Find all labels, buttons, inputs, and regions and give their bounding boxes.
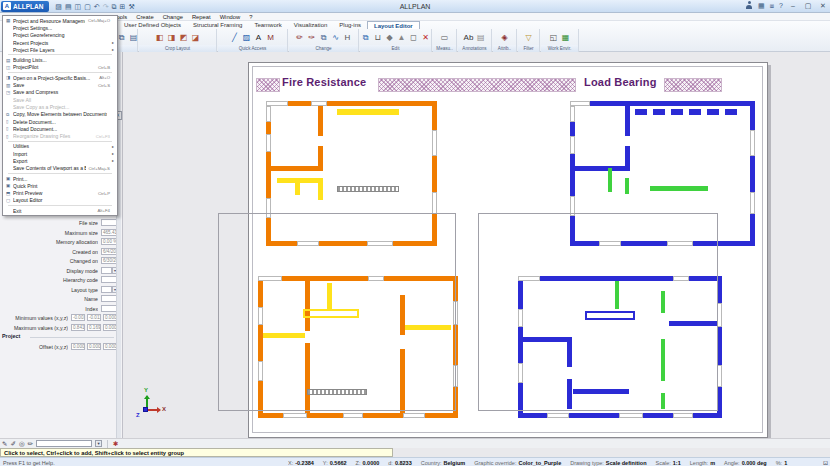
file-menu-item[interactable]: ▯ Reorganize Drawing Files Ctrl+F3 [3,132,117,139]
ribbon-tool-icon[interactable]: ✏ [295,32,304,43]
file-menu-item[interactable]: ▦ Project and Resource Management... Ctr… [3,17,117,24]
file-menu-item[interactable]: Utilities ▸ [3,143,117,150]
ribbon-tab[interactable]: Structural Framing [187,21,248,29]
ribbon-tool-icon[interactable]: M [266,32,275,43]
user-account-icon[interactable] [745,1,753,10]
y-axis-label: Y [144,387,148,393]
property-label: File size [0,220,98,226]
match-parameters-icon[interactable]: ✎ [2,440,7,448]
ribbon-tool-icon[interactable]: ◩ [179,32,188,43]
menu-bar-item[interactable]: Window [220,14,241,20]
file-menu-item[interactable]: Save Contents of Viewport as a Bitmap ..… [3,165,117,172]
file-menu-item[interactable]: ▯ Delete Document... [3,118,117,125]
file-menu-item[interactable]: ▥ Save Ctrl+S [3,81,117,88]
menu-bar-item[interactable]: ? [249,14,252,20]
file-menu-item[interactable]: Exit Alt+F4 [3,207,117,214]
file-menu-item[interactable]: ⧉ Copy, Move Elements between Documents.… [3,111,117,118]
ribbon-tool-icon[interactable]: ◨ [167,32,176,43]
chevron-down-icon[interactable]: ▾ [95,440,102,447]
file-menu-item[interactable]: ▣ Quick Print [3,182,117,189]
ribbon-tool-icon[interactable]: ▽ [524,32,533,43]
ribbon-tool-icon[interactable]: ▭ [440,32,449,43]
menu-item-shortcut: Alt+O [99,75,110,80]
load-bearing-marker [650,186,708,191]
menu-item-label: Print... [13,176,107,182]
snap-icon[interactable]: ◎ [19,440,25,448]
ribbon-tool-icon[interactable]: ◆ [385,32,394,43]
axis-indicator: Y X Z [133,390,167,424]
coordinate-input[interactable] [36,440,92,447]
ribbon-group-edit: ⧉⊔◆▲◻✕ Edit [360,29,432,52]
ribbon-tool-icon[interactable]: ◻ [409,32,418,43]
window-opening [432,192,437,214]
file-menu-item[interactable]: Project Georeferencing [3,32,117,39]
status-field-label: d: [388,460,393,466]
file-menu-item[interactable]: Import ▸ [3,150,117,157]
ribbon-tab[interactable]: Teamwork [248,21,287,29]
connect-grid-icon[interactable]: ▦ [758,1,765,10]
help-icon[interactable]: ? [779,1,783,10]
ribbon-tool-icon[interactable]: ◈ [500,32,509,43]
display-mode-select[interactable] [101,267,112,274]
file-menu-item[interactable]: ▢ Layout Editor [3,197,117,204]
ribbon-tool-icon[interactable]: ✑ [307,32,316,43]
menu-bar-item[interactable]: Change [163,14,183,20]
ribbon-tool-icon[interactable]: ∿ [331,32,340,43]
file-menu-item[interactable]: Save Copy as a Project... [3,103,117,110]
ribbon-tool-icon[interactable]: ▤ [129,32,138,43]
ribbon-tool-icon[interactable]: ▦ [561,32,570,43]
ribbon-tab[interactable]: Plug-ins [333,21,367,29]
status-field-value: Scale definition [606,460,647,466]
menu-bar-item[interactable]: Repeat [192,14,211,20]
ribbon-tool-icon[interactable]: ▤ [476,32,485,43]
ribbon-tab[interactable]: Visualization [288,21,334,29]
pen-icon[interactable]: ✏ [28,440,33,448]
file-menu-item[interactable]: Project File Layers ▸ [3,46,117,53]
tracking-icon[interactable]: ⊡ [823,459,828,466]
ribbon-tool-icon[interactable]: Ab [464,32,474,43]
file-menu-item[interactable]: ◳ Save and Compress [3,89,117,96]
restore-button[interactable]: ▢ [803,2,813,10]
file-menu-item[interactable]: ◨ Open on a Project-Specific Basis... Al… [3,74,117,81]
file-menu-item[interactable]: Project Settings... [3,24,117,31]
pick-up-icon[interactable]: ✐ [10,440,15,448]
ribbon-tool-icon[interactable]: ✕ [421,32,430,43]
ribbon-tool-icon[interactable]: ◪ [191,32,200,43]
close-button[interactable]: ✕ [818,2,828,10]
ribbon-group-label: Quick Access [218,45,287,52]
ribbon-tool-icon[interactable]: H [343,32,352,43]
property-label: Created on [0,249,98,255]
file-menu-item[interactable]: ▣ Print... [3,175,117,182]
file-menu-item[interactable]: ▤ Building Lists... [3,56,117,63]
toolbar-divider [107,440,108,448]
file-menu-item[interactable]: ⬒ Print Preview Ctrl+P [3,190,117,197]
ribbon-tool-icon[interactable]: ◱ [549,32,558,43]
file-menu-item[interactable]: Export ▸ [3,157,117,164]
ribbon-tool-icon[interactable]: ╱ [230,32,239,43]
element-bounding-box[interactable] [218,213,456,411]
ribbon-tool-icon[interactable]: ▲ [397,32,406,43]
ribbon-tool-icon[interactable]: ⧉ [117,32,126,43]
ribbon-tool-icon[interactable]: ▨ [242,32,251,43]
minimize-button[interactable]: – [788,2,798,9]
wall-segment [318,106,323,136]
ribbon-tab[interactable]: Layout Editor [367,21,420,29]
ribbon-group-icons: ✏✑⧉∿H [289,29,358,45]
file-menu-item[interactable]: ◫ ProjectPilot Ctrl+B [3,64,117,71]
ribbon-tool-icon[interactable]: ◧ [155,32,164,43]
menu-bar-item[interactable]: Create [136,14,153,20]
ribbon-tool-icon[interactable]: ⊔ [373,32,382,43]
file-menu-item[interactable]: Save All [3,96,117,103]
assistant-icon[interactable]: ✱ [113,440,118,448]
file-menu-item[interactable]: Recent Projects ▸ [3,39,117,46]
ribbon-tool-icon[interactable]: ⧉ [361,32,370,43]
element-bounding-box[interactable] [478,213,718,411]
ribbon-tab[interactable]: User Defined Objects [118,21,187,29]
shop-icon[interactable]: ⧈ [770,1,774,10]
menu-item-label: Print Preview [13,190,95,196]
wall-segment [271,166,321,171]
ribbon-tool-icon[interactable]: A [254,32,263,43]
layout-type-select[interactable] [101,286,112,293]
file-menu-item[interactable]: ▯ Reload Document... [3,125,117,132]
ribbon-tool-icon[interactable]: ⧉ [319,32,328,43]
